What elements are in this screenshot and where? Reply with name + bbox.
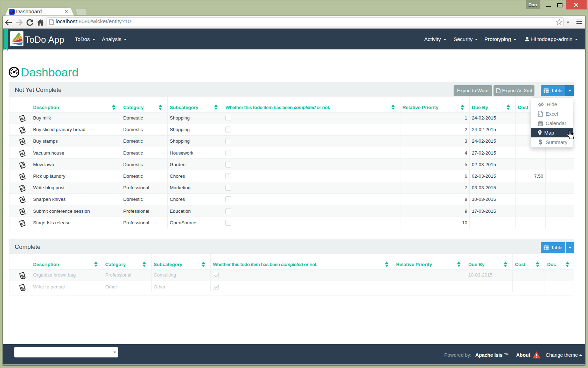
svg-text:x: x bbox=[539, 113, 540, 116]
